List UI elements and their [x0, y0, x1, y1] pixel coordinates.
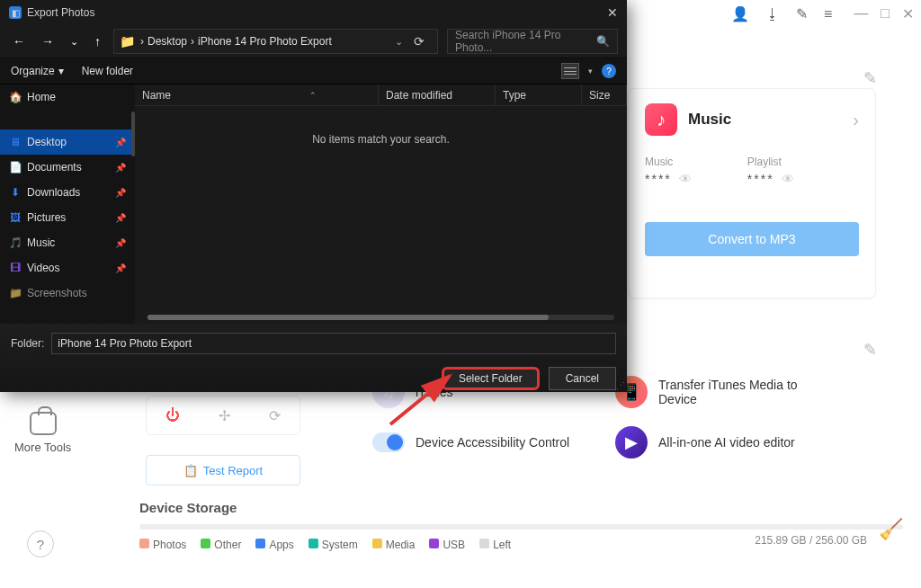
caret-down-icon[interactable]: ▾ — [588, 67, 593, 76]
scrollbar[interactable] — [148, 315, 614, 320]
more-tools-button[interactable]: More Tools — [14, 412, 71, 454]
col-date[interactable]: Date modified — [379, 85, 496, 105]
cancel-button[interactable]: Cancel — [549, 367, 616, 390]
legend-label: Other — [214, 539, 241, 551]
tree-documents[interactable]: 📄Documents📌 — [0, 155, 135, 180]
breadcrumb-sep: › — [191, 35, 194, 48]
toolbox-icon — [30, 412, 57, 435]
power-icon[interactable]: ⏻ — [165, 407, 180, 423]
legend-label: System — [322, 539, 358, 551]
storage-title: Device Storage — [139, 500, 903, 515]
tree-downloads[interactable]: ⬇Downloads📌 — [0, 180, 135, 205]
edit-section-icon[interactable]: ✎ — [863, 68, 877, 88]
videos-icon: 🎞 — [9, 262, 22, 274]
menu-icon[interactable]: ≡ — [824, 6, 832, 22]
breadcrumb-seg[interactable]: Desktop — [148, 35, 187, 48]
swatch-media — [372, 539, 382, 548]
col-type[interactable]: Type — [496, 85, 582, 105]
file-pane: Name⌃ Date modified Type Size No items m… — [135, 85, 627, 324]
pin-icon: 📌 — [115, 213, 126, 223]
swatch-other — [201, 539, 210, 548]
download-icon[interactable]: ⭳ — [765, 6, 780, 22]
clean-icon[interactable]: 🧹 — [879, 518, 903, 541]
pictures-icon: 🖼 — [9, 211, 22, 224]
new-folder-button[interactable]: New folder — [82, 65, 133, 77]
folder-name-input[interactable] — [51, 333, 616, 354]
loading-icon[interactable]: ✢ — [219, 407, 230, 424]
tree-desktop[interactable]: 🖥Desktop📌 — [0, 129, 135, 155]
pin-icon: 📌 — [115, 138, 126, 147]
tool-label: All-in-one AI video editor — [658, 435, 795, 450]
col-name[interactable]: Name⌃ — [135, 85, 379, 105]
tool-label: Transfer iTunes Media to Device — [658, 378, 829, 406]
empty-message: No items match your search. — [135, 133, 627, 146]
tree-music[interactable]: 🎵Music📌 — [0, 230, 135, 255]
dialog-toolbar: Organize ▾ New folder ▾ ? — [0, 58, 627, 85]
window-maximize-icon[interactable]: □ — [881, 5, 890, 22]
help-button[interactable]: ? — [27, 530, 54, 557]
home-icon: 🏠 — [9, 91, 22, 103]
tree-screenshots[interactable]: 📁Screenshots — [0, 281, 135, 306]
eye-icon[interactable]: 👁 — [679, 172, 693, 186]
documents-icon: 📄 — [9, 161, 22, 174]
convert-to-mp3-button[interactable]: Convert to MP3 — [645, 222, 859, 256]
resize-grip-icon[interactable]: ⋰ — [616, 380, 625, 390]
search-placeholder: Search iPhone 14 Pro Photo... — [455, 29, 596, 54]
breadcrumb-sep: › — [140, 35, 144, 48]
organize-menu[interactable]: Organize ▾ — [11, 65, 64, 77]
search-input[interactable]: Search iPhone 14 Pro Photo... 🔍 — [447, 29, 618, 54]
desktop-icon: 🖥 — [9, 136, 22, 148]
tree-pictures[interactable]: 🖼Pictures📌 — [0, 205, 135, 230]
test-report-label: Test Report — [203, 464, 263, 477]
swatch-system — [308, 539, 318, 548]
tree-home[interactable]: 🏠Home — [0, 85, 135, 110]
refresh-icon[interactable]: ⟳ — [407, 34, 432, 49]
dialog-nav-row: ← → ⌄ ↑ 📁 › Desktop › iPhone 14 Pro Phot… — [0, 25, 627, 58]
close-icon[interactable]: ✕ — [607, 5, 618, 20]
select-folder-button[interactable]: Select Folder — [442, 367, 540, 390]
tree-label: Desktop — [27, 136, 67, 148]
tool-transfer-itunes[interactable]: 📱 Transfer iTunes Media to Device — [615, 376, 849, 408]
tree-label: Screenshots — [27, 287, 87, 299]
dialog-titlebar[interactable]: ◧ Export Photos ✕ — [0, 0, 627, 25]
nav-forward-icon[interactable]: → — [38, 34, 58, 49]
legend-label: Photos — [153, 539, 186, 551]
chevron-right-icon[interactable]: › — [853, 110, 859, 130]
col-size[interactable]: Size — [582, 85, 627, 105]
dialog-footer: Folder: Select Folder Cancel ⋰ — [0, 324, 627, 392]
breadcrumb-seg[interactable]: iPhone 14 Pro Photo Export — [198, 35, 332, 48]
tool-ai-video[interactable]: ▶ All-in-one AI video editor — [615, 426, 849, 459]
search-icon: 🔍 — [596, 35, 610, 48]
nav-up-icon[interactable]: ↑ — [91, 34, 104, 49]
sort-asc-icon: ⌃ — [309, 91, 317, 100]
folder-icon: 📁 — [9, 287, 22, 299]
help-icon[interactable]: ? — [602, 64, 616, 78]
window-minimize-icon[interactable]: — — [854, 5, 868, 22]
chevron-down-icon[interactable]: ⌄ — [395, 36, 403, 48]
view-mode-button[interactable] — [561, 63, 579, 79]
tree-label: Videos — [27, 262, 59, 274]
more-tools-label: More Tools — [14, 441, 71, 454]
eye-icon[interactable]: 👁 — [782, 172, 796, 186]
window-close-icon[interactable]: ✕ — [902, 5, 914, 22]
app-logo-icon: ◧ — [9, 6, 22, 19]
tree-label: Downloads — [27, 186, 80, 199]
feedback-icon[interactable]: ✎ — [796, 5, 808, 22]
refresh-icon[interactable]: ⟳ — [269, 407, 281, 424]
scrollbar-thumb[interactable] — [148, 315, 549, 320]
legend-label: Apps — [269, 539, 293, 551]
downloads-icon: ⬇ — [9, 186, 22, 199]
device-actions: ⏻ ✢ ⟳ — [146, 396, 300, 435]
music-icon: 🎵 — [9, 236, 22, 249]
tool-accessibility[interactable]: Device Accessibility Control — [372, 426, 606, 459]
path-breadcrumb[interactable]: 📁 › Desktop › iPhone 14 Pro Photo Export… — [113, 29, 438, 54]
edit-section-icon[interactable]: ✎ — [863, 340, 877, 360]
test-report-button[interactable]: 📋 Test Report — [146, 455, 300, 486]
nav-history-icon[interactable]: ⌄ — [67, 36, 82, 48]
swatch-apps — [255, 539, 265, 548]
account-icon[interactable]: 👤 — [731, 5, 749, 22]
app-titlebar-actions: 👤 ⭳ ✎ ≡ — □ ✕ — [731, 5, 914, 22]
column-headers: Name⌃ Date modified Type Size — [135, 85, 627, 106]
nav-back-icon[interactable]: ← — [9, 34, 29, 49]
tree-videos[interactable]: 🎞Videos📌 — [0, 255, 135, 281]
